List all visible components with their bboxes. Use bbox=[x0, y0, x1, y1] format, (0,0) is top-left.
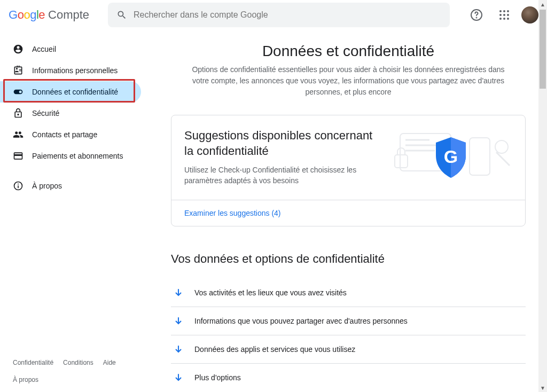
header: Google Compte bbox=[0, 0, 547, 30]
arrow-down-icon bbox=[173, 344, 184, 355]
sidebar-item-contacts-sharing[interactable]: Contacts et partage bbox=[0, 124, 141, 145]
arrow-down-icon bbox=[173, 372, 184, 383]
help-icon bbox=[470, 9, 483, 21]
suggestion-card: Suggestions disponibles concernant la co… bbox=[171, 115, 526, 226]
scroll-thumb[interactable] bbox=[540, 10, 546, 89]
svg-line-8 bbox=[496, 152, 510, 166]
card-title: Suggestions disponibles concernant la co… bbox=[184, 128, 377, 159]
shield-icon: G bbox=[433, 136, 469, 179]
option-label: Vos activités et les lieux que vous avez… bbox=[194, 288, 347, 297]
avatar[interactable] bbox=[521, 6, 538, 23]
card-icon bbox=[13, 151, 24, 161]
toggle-icon bbox=[13, 87, 24, 97]
svg-rect-6 bbox=[470, 138, 490, 175]
option-more[interactable]: Plus d'options bbox=[171, 364, 526, 391]
people-icon bbox=[13, 129, 24, 140]
sidebar-item-data-privacy[interactable]: Données et confidentialité bbox=[0, 81, 141, 103]
logo[interactable]: Google Compte bbox=[9, 8, 99, 22]
header-actions bbox=[466, 4, 538, 26]
scrollbar[interactable]: ▲ ▼ bbox=[538, 0, 547, 392]
svg-text:G: G bbox=[444, 146, 458, 167]
page-title: Données et confidentialité bbox=[171, 43, 526, 60]
main-content: Données et confidentialité Options de co… bbox=[150, 30, 547, 392]
scroll-up-icon[interactable]: ▲ bbox=[538, 0, 547, 9]
sidebar-item-label: Paiements et abonnements bbox=[32, 152, 123, 160]
page-subtitle: Options de confidentialité essentielles … bbox=[188, 64, 509, 98]
option-sharing-info[interactable]: Informations que vous pouvez partager av… bbox=[171, 307, 526, 335]
sidebar-footer: Confidentialité Conditions Aide À propos bbox=[0, 350, 150, 392]
sidebar-item-home[interactable]: Accueil bbox=[0, 38, 141, 60]
app-title: Compte bbox=[48, 8, 89, 22]
home-icon bbox=[13, 44, 24, 54]
sidebar-item-label: Accueil bbox=[32, 45, 56, 53]
svg-point-1 bbox=[476, 18, 477, 18]
apps-button[interactable] bbox=[494, 4, 515, 26]
arrow-down-icon bbox=[173, 287, 184, 298]
sidebar-item-personal-info[interactable]: Informations personnelles bbox=[0, 60, 141, 81]
info-icon bbox=[13, 181, 24, 191]
search-box[interactable] bbox=[108, 3, 450, 27]
review-suggestions-link[interactable]: Examiner les suggestions (4) bbox=[184, 209, 281, 217]
sidebar-item-label: Informations personnelles bbox=[32, 66, 118, 75]
sidebar-item-label: Sécurité bbox=[32, 109, 59, 117]
sidebar-item-label: Contacts et partage bbox=[32, 130, 97, 139]
scroll-down-icon[interactable]: ▼ bbox=[538, 383, 547, 392]
privacy-illustration: G bbox=[389, 128, 512, 187]
search-input[interactable] bbox=[134, 10, 441, 20]
option-list: Vos activités et les lieux que vous avez… bbox=[171, 279, 526, 391]
option-apps-data[interactable]: Données des applis et services que vous … bbox=[171, 335, 526, 364]
footer-terms-link[interactable]: Conditions bbox=[63, 359, 93, 366]
arrow-down-icon bbox=[173, 316, 184, 326]
help-button[interactable] bbox=[466, 4, 487, 26]
sidebar-item-label: Données et confidentialité bbox=[32, 88, 118, 96]
badge-icon bbox=[13, 65, 24, 76]
card-desc: Utilisez le Check-up Confidentialité et … bbox=[184, 165, 377, 186]
option-label: Plus d'options bbox=[194, 373, 241, 382]
apps-icon bbox=[499, 10, 509, 20]
sidebar-item-payments[interactable]: Paiements et abonnements bbox=[0, 145, 141, 167]
option-activities[interactable]: Vos activités et les lieux que vous avez… bbox=[171, 279, 526, 307]
svg-point-7 bbox=[495, 140, 508, 153]
sidebar-item-security[interactable]: Sécurité bbox=[0, 103, 141, 124]
google-logo: Google bbox=[9, 8, 45, 22]
option-label: Données des applis et services que vous … bbox=[194, 345, 355, 354]
sidebar-item-about[interactable]: À propos bbox=[0, 175, 141, 197]
option-label: Informations que vous pouvez partager av… bbox=[194, 317, 408, 325]
sidebar: Accueil Informations personnelles Donnée… bbox=[0, 30, 150, 392]
sidebar-item-label: À propos bbox=[32, 182, 62, 190]
lock-icon bbox=[13, 108, 24, 119]
footer-about-link[interactable]: À propos bbox=[13, 376, 38, 383]
section-title: Vos données et options de confidentialit… bbox=[171, 252, 526, 266]
footer-help-link[interactable]: Aide bbox=[103, 359, 116, 366]
svg-rect-9 bbox=[395, 155, 408, 168]
search-icon bbox=[116, 10, 127, 20]
footer-privacy-link[interactable]: Confidentialité bbox=[13, 359, 53, 366]
